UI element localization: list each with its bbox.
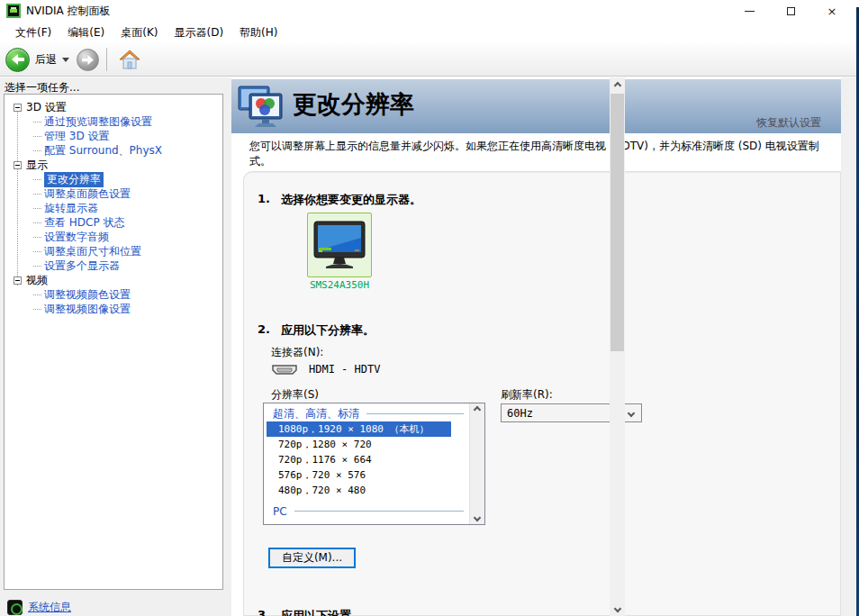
- back-arrow-icon: [12, 54, 24, 65]
- resolution-option-720p-1176[interactable]: 720p，1176 × 664: [264, 452, 469, 467]
- back-button-label: 后退: [35, 52, 57, 68]
- list-scrollbar[interactable]: [469, 403, 484, 524]
- system-info-link[interactable]: 系统信息: [28, 600, 71, 615]
- refresh-rate-label: 刷新率(R):: [501, 387, 553, 403]
- refresh-rate-value: 60Hz: [507, 407, 533, 420]
- maximize-button[interactable]: [770, 0, 811, 22]
- hdmi-connector-icon: [271, 364, 298, 376]
- sidebar-item-setup-digital-audio[interactable]: 设置数字音频: [33, 230, 222, 244]
- home-button[interactable]: [116, 47, 143, 72]
- forward-button[interactable]: [77, 49, 99, 71]
- nvidia-logo-icon: [6, 4, 21, 18]
- resolution-option-480p[interactable]: 480p，720 × 480: [264, 483, 469, 498]
- page-title: 更改分辨率: [293, 88, 414, 121]
- resolution-option-1080p[interactable]: 1080p，1920 × 1080 （本机）: [267, 421, 451, 437]
- content-pane: 更改分辨率 恢复默认设置 您可以调整屏幕上显示的信息量并减少闪烁。如果您正在使用…: [231, 77, 841, 616]
- connector-value: HDMI - HDTV: [309, 363, 380, 376]
- nvidia-control-panel-window: NVIDIA 控制面板 × 文件(F) 编辑(E) 桌面(K) 显示器(D) 帮…: [0, 0, 859, 616]
- main-area: 选择一项任务... 3D 设置 通过预览调整图像设置 管理 3D 设置 配置 S…: [0, 77, 856, 616]
- forward-arrow-icon: [82, 55, 94, 65]
- collapse-icon[interactable]: [14, 161, 22, 169]
- connector-label: 连接器(N):: [271, 345, 323, 360]
- customize-button[interactable]: 自定义(M)...: [268, 548, 356, 568]
- menu-bar: 文件(F) 编辑(E) 桌面(K) 显示器(D) 帮助(H): [0, 22, 856, 43]
- scroll-up-icon[interactable]: [474, 406, 481, 413]
- sidebar-item-rotate-display[interactable]: 旋转显示器: [33, 201, 222, 215]
- chevron-down-icon[interactable]: [62, 58, 69, 62]
- scrollbar-thumb[interactable]: [610, 94, 624, 351]
- step3-label: 3. 应用以下设置。: [258, 608, 363, 616]
- resolution-option-576p[interactable]: 576p，720 × 576: [264, 467, 469, 483]
- toolbar-separator: [106, 48, 107, 71]
- close-icon: ×: [827, 5, 837, 17]
- system-info-icon: [7, 600, 23, 615]
- scroll-up-button[interactable]: [610, 77, 625, 93]
- collapse-icon[interactable]: [14, 276, 22, 285]
- monitor-icon: [312, 220, 367, 270]
- sidebar-item-adjust-desktop-size[interactable]: 调整桌面尺寸和位置: [33, 244, 222, 258]
- monitor-name-label: SMS24A350H: [305, 279, 374, 291]
- settings-panel: 1. 选择你想要变更的显示器。: [243, 171, 841, 616]
- change-resolution-icon: [237, 83, 289, 132]
- scroll-down-icon: [613, 604, 620, 611]
- tree-group-3d[interactable]: 3D 设置: [14, 100, 222, 114]
- tree-group-display[interactable]: 显示: [14, 158, 222, 172]
- menu-help[interactable]: 帮助(H): [231, 23, 285, 43]
- resolution-label: 分辨率(S): [271, 387, 319, 403]
- task-tree: 3D 设置 通过预览调整图像设置 管理 3D 设置 配置 Surround、Ph…: [4, 94, 223, 590]
- menu-desktop[interactable]: 桌面(K): [113, 23, 166, 43]
- display-selector[interactable]: SMS24A350H: [305, 213, 374, 291]
- maximize-icon: [787, 7, 795, 15]
- toolbar: 后退: [0, 43, 856, 77]
- sidebar-item-adjust-video-image[interactable]: 调整视频图像设置: [33, 302, 222, 316]
- collapse-icon[interactable]: [14, 104, 22, 112]
- minimize-icon: [745, 11, 755, 12]
- menu-file[interactable]: 文件(F): [7, 23, 59, 43]
- back-button[interactable]: [5, 48, 30, 72]
- sidebar-item-change-resolution[interactable]: 更改分辨率: [33, 172, 222, 186]
- minimize-button[interactable]: [728, 0, 770, 22]
- page-description: 您可以调整屏幕上显示的信息量并减少闪烁。如果您正在使用高清晰度电视 (HDTV)…: [249, 139, 835, 169]
- sidebar-item-view-hdcp[interactable]: 查看 HDCP 状态: [33, 215, 222, 230]
- sidebar-item-adjust-image-preview[interactable]: 通过预览调整图像设置: [33, 114, 222, 129]
- scroll-down-icon[interactable]: [474, 514, 481, 521]
- chevron-down-icon: [628, 409, 635, 416]
- sidebar-item-adjust-desktop-color[interactable]: 调整桌面颜色设置: [33, 186, 222, 201]
- sidebar-item-adjust-video-color[interactable]: 调整视频颜色设置: [33, 287, 222, 302]
- menu-edit[interactable]: 编辑(E): [59, 23, 113, 43]
- list-group-header-pc: PC: [264, 503, 469, 519]
- list-group-header: 超清、高清、标清: [264, 406, 469, 421]
- scroll-up-icon: [613, 81, 620, 88]
- home-icon: [119, 50, 140, 69]
- menu-display[interactable]: 显示器(D): [166, 23, 231, 43]
- sidebar-item-configure-surround-physx[interactable]: 配置 Surround、PhysX: [33, 143, 222, 158]
- close-button[interactable]: ×: [811, 0, 853, 22]
- step1-label: 1. 选择你想要变更的显示器。: [258, 192, 421, 208]
- sidebar-item-manage-3d[interactable]: 管理 3D 设置: [33, 129, 222, 143]
- title-bar: NVIDIA 控制面板 ×: [0, 0, 856, 22]
- step2-label: 2. 应用以下分辨率。: [258, 322, 375, 339]
- sidebar-item-setup-multiple-displays[interactable]: 设置多个显示器: [33, 258, 222, 273]
- window-title: NVIDIA 控制面板: [26, 4, 111, 19]
- scroll-down-button[interactable]: [610, 601, 625, 616]
- page-banner: 更改分辨率 恢复默认设置: [231, 79, 841, 133]
- resolution-option-720p-1280[interactable]: 720p，1280 × 720: [264, 437, 469, 452]
- restore-defaults-link[interactable]: 恢复默认设置: [756, 115, 821, 131]
- resolution-listbox: 超清、高清、标清 1080p，1920 × 1080 （本机） 720p，128…: [263, 403, 485, 525]
- tree-group-video[interactable]: 视频: [14, 273, 222, 287]
- content-scrollbar[interactable]: [610, 77, 625, 616]
